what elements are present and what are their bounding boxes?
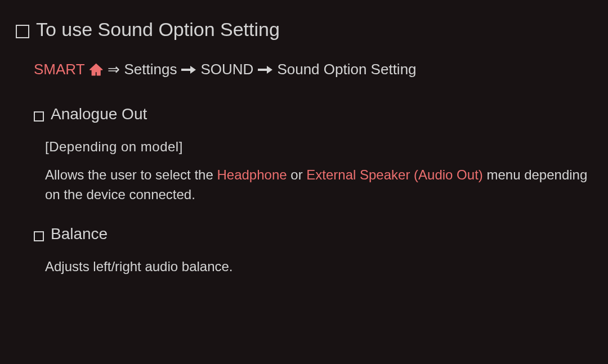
analogue-description: Allows the user to select the Headphone … — [45, 165, 592, 205]
section-body: [Depending on model] Allows the user to … — [34, 137, 592, 205]
crumb-sound-option: Sound Option Setting — [277, 59, 416, 80]
section-body: Adjusts left/right audio balance. — [34, 257, 592, 277]
arrow-right-icon — [181, 65, 196, 74]
page-title: To use Sound Option Setting — [36, 16, 280, 43]
arrow-right-icon — [258, 65, 272, 74]
help-page: To use Sound Option Setting SMART ⇒ Sett… — [0, 0, 608, 276]
bullet-box-icon — [34, 111, 44, 122]
home-icon — [90, 64, 103, 76]
section-head: Analogue Out — [34, 103, 592, 126]
option-external-speaker: External Speaker (Audio Out) — [306, 167, 483, 182]
text: or — [287, 167, 307, 182]
text: Allows the user to select the — [45, 167, 217, 182]
page-title-row: To use Sound Option Setting — [16, 16, 592, 43]
breadcrumb: SMART ⇒ Settings SOUND Sound Option Sett… — [16, 59, 592, 80]
section-balance: Balance Adjusts left/right audio balance… — [16, 223, 592, 276]
bullet-box-icon — [16, 25, 29, 38]
bullet-box-icon — [34, 231, 44, 241]
section-analogue-out: Analogue Out [Depending on model] Allows… — [16, 103, 592, 205]
section-title: Analogue Out — [51, 103, 147, 126]
crumb-sound: SOUND — [200, 59, 253, 80]
crumb-smart: SMART — [34, 59, 85, 80]
section-head: Balance — [34, 223, 592, 246]
arrow-outline-icon: ⇒ — [108, 59, 120, 80]
crumb-settings: Settings — [124, 59, 177, 80]
section-title: Balance — [51, 223, 108, 246]
model-note: [Depending on model] — [45, 137, 592, 157]
option-headphone: Headphone — [217, 167, 287, 182]
balance-description: Adjusts left/right audio balance. — [45, 257, 592, 277]
